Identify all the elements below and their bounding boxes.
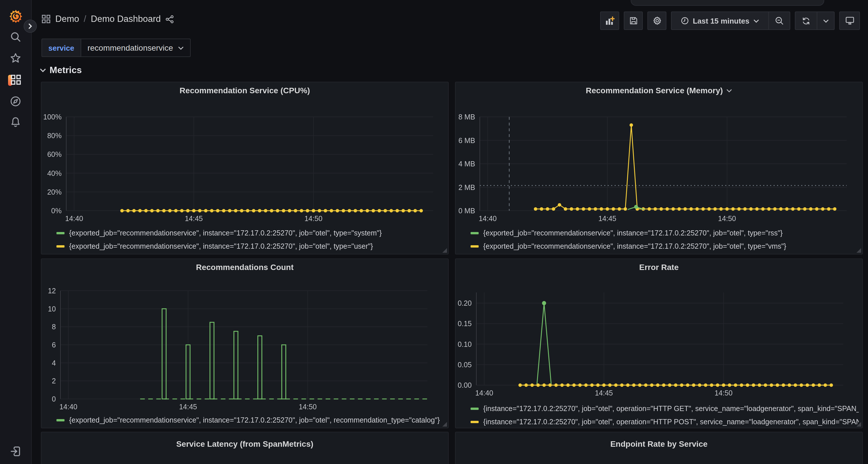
data-point[interactable] bbox=[668, 384, 671, 387]
data-point[interactable] bbox=[300, 209, 303, 212]
data-point[interactable] bbox=[126, 209, 130, 212]
data-point[interactable] bbox=[198, 209, 202, 212]
data-point[interactable] bbox=[548, 384, 552, 387]
data-point[interactable] bbox=[596, 384, 599, 387]
data-point[interactable] bbox=[419, 209, 423, 212]
bar[interactable] bbox=[162, 309, 166, 399]
data-point[interactable] bbox=[156, 209, 159, 212]
data-point[interactable] bbox=[811, 384, 815, 387]
legend-item[interactable]: {exported_job="recommendationservice", i… bbox=[471, 226, 859, 239]
data-point[interactable] bbox=[138, 209, 142, 212]
data-point[interactable] bbox=[623, 207, 627, 211]
kiosk-mode-button[interactable] bbox=[839, 11, 860, 30]
legend-item[interactable]: {exported_job="recommendationservice", i… bbox=[57, 239, 445, 253]
data-point[interactable] bbox=[755, 207, 758, 211]
data-point[interactable] bbox=[707, 207, 711, 211]
data-point[interactable] bbox=[558, 203, 561, 207]
data-point[interactable] bbox=[162, 209, 165, 212]
data-point[interactable] bbox=[632, 384, 636, 387]
data-point[interactable] bbox=[276, 209, 279, 212]
data-point[interactable] bbox=[150, 209, 154, 212]
data-point[interactable] bbox=[258, 209, 261, 212]
variable-label[interactable]: service bbox=[41, 39, 81, 57]
data-point[interactable] bbox=[626, 384, 629, 387]
data-point[interactable] bbox=[377, 209, 381, 212]
legend-item[interactable]: {exported_job="recommendationservice", i… bbox=[57, 413, 445, 427]
data-point[interactable] bbox=[524, 384, 528, 387]
sidebar-item-alerting[interactable] bbox=[0, 112, 31, 132]
bar[interactable] bbox=[282, 345, 286, 399]
data-point[interactable] bbox=[342, 209, 345, 212]
data-point[interactable] bbox=[234, 209, 237, 212]
bar[interactable] bbox=[234, 331, 238, 399]
data-point[interactable] bbox=[566, 384, 570, 387]
data-point[interactable] bbox=[330, 209, 333, 212]
data-point[interactable] bbox=[776, 384, 779, 387]
panel-title[interactable]: Endpoint Rate by Service bbox=[456, 439, 862, 449]
data-point[interactable] bbox=[246, 209, 249, 212]
data-point[interactable] bbox=[542, 384, 546, 387]
data-point[interactable] bbox=[530, 384, 534, 387]
data-point[interactable] bbox=[794, 384, 797, 387]
data-point[interactable] bbox=[354, 209, 357, 212]
sidebar-item-explore[interactable] bbox=[0, 92, 31, 111]
sidebar-item-dashboards[interactable] bbox=[0, 70, 31, 89]
data-point[interactable] bbox=[282, 209, 285, 212]
data-point[interactable] bbox=[770, 384, 773, 387]
save-dashboard-button[interactable] bbox=[624, 11, 643, 30]
data-point[interactable] bbox=[536, 384, 540, 387]
data-point[interactable] bbox=[827, 207, 831, 211]
data-point[interactable] bbox=[584, 384, 588, 387]
data-point[interactable] bbox=[606, 207, 609, 211]
data-point[interactable] bbox=[552, 207, 555, 211]
chart-canvas-count[interactable]: 12108642014:4014:4514:50 bbox=[41, 259, 448, 428]
data-point[interactable] bbox=[829, 384, 833, 387]
data-point[interactable] bbox=[546, 207, 549, 211]
data-point[interactable] bbox=[612, 207, 615, 211]
data-point[interactable] bbox=[788, 384, 791, 387]
data-point[interactable] bbox=[809, 207, 812, 211]
data-point[interactable] bbox=[806, 384, 809, 387]
data-point[interactable] bbox=[746, 384, 749, 387]
data-point[interactable] bbox=[174, 209, 178, 212]
data-point[interactable] bbox=[716, 384, 719, 387]
data-point[interactable] bbox=[689, 207, 693, 211]
data-point[interactable] bbox=[168, 209, 172, 212]
data-point[interactable] bbox=[240, 209, 243, 212]
data-point[interactable] bbox=[740, 384, 743, 387]
sidebar-expand-button[interactable] bbox=[24, 20, 37, 33]
data-point[interactable] bbox=[270, 209, 273, 212]
data-point[interactable] bbox=[593, 207, 597, 211]
breadcrumb-section[interactable]: Demo bbox=[55, 14, 79, 24]
legend-item[interactable]: {exported_job="recommendationservice", i… bbox=[57, 226, 445, 239]
data-point[interactable] bbox=[833, 207, 836, 211]
data-point-peak[interactable] bbox=[634, 205, 638, 209]
data-point[interactable] bbox=[758, 384, 761, 387]
data-point[interactable] bbox=[737, 207, 741, 211]
data-point[interactable] bbox=[662, 384, 665, 387]
data-point[interactable] bbox=[360, 209, 363, 212]
data-point[interactable] bbox=[821, 207, 825, 211]
data-point[interactable] bbox=[564, 207, 567, 211]
data-point[interactable] bbox=[761, 207, 765, 211]
data-point[interactable] bbox=[701, 207, 705, 211]
data-point[interactable] bbox=[288, 209, 291, 212]
data-point[interactable] bbox=[390, 209, 393, 212]
data-point[interactable] bbox=[817, 384, 821, 387]
data-point[interactable] bbox=[576, 207, 579, 211]
data-point[interactable] bbox=[324, 209, 327, 212]
data-point[interactable] bbox=[797, 207, 801, 211]
data-point[interactable] bbox=[186, 209, 189, 212]
dashboard-settings-button[interactable] bbox=[647, 11, 666, 30]
variable-value-dropdown[interactable]: recommendationservice bbox=[81, 39, 191, 57]
data-point[interactable] bbox=[336, 209, 339, 212]
data-point[interactable] bbox=[764, 384, 767, 387]
data-point-peak[interactable] bbox=[542, 301, 546, 305]
data-point[interactable] bbox=[785, 207, 788, 211]
data-point[interactable] bbox=[132, 209, 136, 212]
data-point[interactable] bbox=[618, 207, 621, 211]
data-point[interactable] bbox=[752, 384, 755, 387]
data-point[interactable] bbox=[731, 207, 735, 211]
data-point[interactable] bbox=[216, 209, 219, 212]
data-point[interactable] bbox=[656, 384, 659, 387]
